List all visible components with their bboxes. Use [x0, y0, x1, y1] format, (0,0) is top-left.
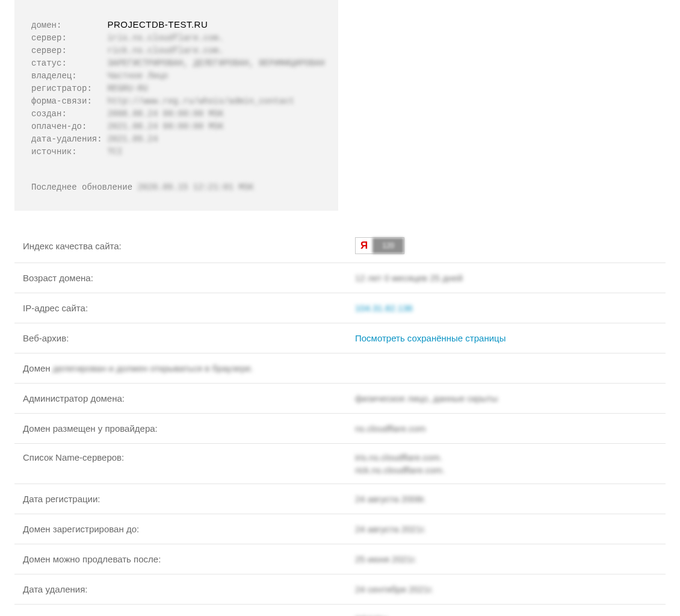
yandex-badge[interactable]: Я 120 — [355, 237, 404, 254]
yandex-value: 120 — [372, 238, 404, 254]
ns-item-1: rick.ns.cloudflare.com. — [355, 465, 657, 475]
whois-domain-label: домен: — [31, 19, 102, 32]
whois-update-value: 2020.09.15 12:21:01 MSK — [137, 182, 253, 192]
row-reg-date: Дата регистрации: 24 августа 2008г. — [14, 484, 666, 514]
whois-server1-value: iris.ns.cloudflare.com. — [107, 32, 223, 45]
ns-item-0: iris.ns.cloudflare.com. — [355, 452, 657, 462]
whois-status-row: статус: ЗАРЕГИСТРИРОВАН, ДЕЛЕГИРОВАН, ВЕ… — [31, 57, 321, 70]
domain-info-table: Индекс качества сайта: Я 120 Возраст дом… — [14, 229, 666, 616]
label-reg-date: Дата регистрации: — [23, 494, 355, 504]
yandex-icon: Я — [356, 238, 372, 254]
domain-status-prefix: Домен — [23, 363, 53, 373]
value-provider: ns.cloudflare.com — [355, 423, 657, 434]
whois-contact-label: форма-связи: — [31, 95, 102, 108]
whois-paid-row: оплачен-до: 2021.08.24 00:00:00 MSK — [31, 120, 321, 133]
whois-raw-box: домен: PROJECTDB-TEST.RU сервер: iris.ns… — [14, 0, 338, 211]
row-age: Возраст домена: 12 лет 0 месяцев 25 дней — [14, 263, 666, 293]
ns-list: iris.ns.cloudflare.com. rick.ns.cloudfla… — [355, 452, 657, 475]
label-del-date: Дата удаления: — [23, 584, 355, 594]
row-del-date: Дата удаления: 24 сентября 2021г. — [14, 574, 666, 604]
value-ip[interactable]: 104.31.82.136 — [355, 303, 657, 313]
whois-created-row: создан: 2008.08.24 00:00:00 MSK — [31, 108, 321, 120]
whois-contact-value: http://www.reg.ru/whois/admin_contact — [107, 95, 294, 108]
label-renew: Домен можно продлевать после: — [23, 554, 355, 564]
label-reg-until: Домен зарегистрирован до: — [23, 524, 355, 534]
label-nameservers: Список Name-серверов: — [23, 452, 355, 462]
whois-paid-value: 2021.08.24 00:00:00 MSK — [107, 120, 223, 133]
row-quality: Индекс качества сайта: Я 120 — [14, 229, 666, 263]
row-registrar: Регистратор домена: REGRU — [14, 604, 666, 616]
label-ip: IP-адрес сайта: — [23, 303, 355, 313]
value-reg-date: 24 августа 2008г. — [355, 494, 657, 504]
value-quality: Я 120 — [355, 237, 657, 254]
value-age: 12 лет 0 месяцев 25 дней — [355, 273, 657, 283]
value-webarchive[interactable]: Посмотреть сохранённые страницы — [355, 333, 657, 343]
whois-registrar-value: REGRU-RU — [107, 82, 147, 95]
value-nameservers: iris.ns.cloudflare.com. rick.ns.cloudfla… — [355, 452, 657, 475]
label-age: Возраст домена: — [23, 273, 355, 283]
whois-created-label: создан: — [31, 108, 102, 120]
whois-owner-value: Частное Лицо — [107, 70, 168, 82]
value-admin: физическое лицо, данные скрыты — [355, 393, 657, 403]
whois-server2-row: сервер: rick.ns.cloudflare.com. — [31, 45, 321, 57]
whois-delete-row: дата-удаления: 2021.09.24 — [31, 133, 321, 146]
whois-source-row: источник: TCI — [31, 146, 321, 158]
whois-server1-row: сервер: iris.ns.cloudflare.com. — [31, 32, 321, 45]
row-ip: IP-адрес сайта: 104.31.82.136 — [14, 293, 666, 323]
whois-owner-row: владелец: Частное Лицо — [31, 70, 321, 82]
whois-update-label: Последнее обновление — [31, 182, 137, 192]
row-reg-until: Домен зарегистрирован до: 24 августа 202… — [14, 514, 666, 544]
label-domain-status: Домен делегирован и должен открываться в… — [23, 363, 253, 373]
whois-update-row: Последнее обновление 2020.09.15 12:21:01… — [31, 181, 321, 194]
whois-delete-label: дата-удаления: — [31, 133, 102, 146]
whois-owner-label: владелец: — [31, 70, 102, 82]
row-renew: Домен можно продлевать после: 25 июня 20… — [14, 544, 666, 574]
label-quality: Индекс качества сайта: — [23, 241, 355, 251]
row-webarchive: Веб-архив: Посмотреть сохранённые страни… — [14, 323, 666, 353]
value-renew: 25 июня 2021г. — [355, 554, 657, 564]
whois-paid-label: оплачен-до: — [31, 120, 102, 133]
label-webarchive: Веб-архив: — [23, 333, 355, 343]
whois-created-value: 2008.08.24 00:00:00 MSK — [107, 108, 223, 120]
value-del-date: 24 сентября 2021г. — [355, 584, 657, 594]
row-domain-status: Домен делегирован и должен открываться в… — [14, 353, 666, 383]
row-nameservers: Список Name-серверов: iris.ns.cloudflare… — [14, 443, 666, 484]
whois-domain-value: PROJECTDB-TEST.RU — [107, 18, 208, 31]
whois-registrar-label: регистратор: — [31, 82, 102, 95]
row-admin: Администратор домена: физическое лицо, д… — [14, 383, 666, 413]
whois-domain-row: домен: PROJECTDB-TEST.RU — [31, 18, 321, 32]
whois-contact-row: форма-связи: http://www.reg.ru/whois/adm… — [31, 95, 321, 108]
label-admin: Администратор домена: — [23, 393, 355, 403]
whois-source-value: TCI — [107, 146, 122, 158]
label-provider: Домен размещен у провайдера: — [23, 423, 355, 434]
domain-status-text: делегирован и должен открываться в брауз… — [53, 363, 253, 373]
whois-server2-value: rick.ns.cloudflare.com. — [107, 45, 223, 57]
whois-status-label: статус: — [31, 57, 102, 70]
whois-registrar-row: регистратор: REGRU-RU — [31, 82, 321, 95]
whois-source-label: источник: — [31, 146, 102, 158]
value-reg-until: 24 августа 2021г. — [355, 524, 657, 534]
row-provider: Домен размещен у провайдера: ns.cloudfla… — [14, 413, 666, 443]
whois-server2-label: сервер: — [31, 45, 102, 57]
whois-status-value: ЗАРЕГИСТРИРОВАН, ДЕЛЕГИРОВАН, ВЕРИФИЦИРО… — [107, 57, 324, 70]
whois-server1-label: сервер: — [31, 32, 102, 45]
whois-delete-value: 2021.09.24 — [107, 133, 158, 146]
